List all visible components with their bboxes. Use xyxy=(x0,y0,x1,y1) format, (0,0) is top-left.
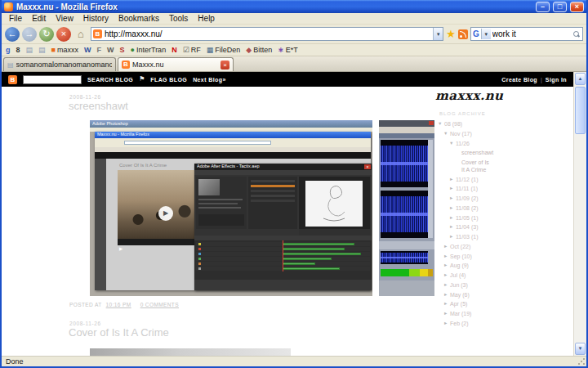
archive-toggle-icon[interactable]: ► xyxy=(443,321,448,328)
minimize-button[interactable]: – xyxy=(536,2,550,12)
bookmark-item[interactable]: W xyxy=(107,47,114,54)
sign-in-link[interactable]: Sign In xyxy=(546,77,567,83)
menu-item[interactable]: Edit xyxy=(27,14,51,23)
post-title[interactable]: screenshawt xyxy=(69,100,128,112)
archive-item[interactable]: ► Jul (4) xyxy=(438,272,492,280)
menu-item[interactable]: History xyxy=(78,14,114,23)
archive-item[interactable]: ► May (6) xyxy=(438,292,492,299)
menu-item[interactable]: Bookmarks xyxy=(114,14,164,23)
bookmark-item[interactable]: W xyxy=(84,47,91,54)
archive-item[interactable]: ▼ 11/26 xyxy=(438,141,492,148)
archive-toggle-icon[interactable]: ▼ xyxy=(438,121,443,128)
archive-item[interactable]: ► Mar (19) xyxy=(438,311,492,318)
bookmark-item[interactable]: ▦ FileDen xyxy=(207,46,241,54)
close-button[interactable]: × xyxy=(570,2,584,12)
url-bar[interactable]: B http://maxxx.nu/ ▾ xyxy=(91,27,443,41)
bookmark-item[interactable]: ▤ xyxy=(38,47,46,54)
archive-toggle-icon[interactable]: ► xyxy=(443,263,448,270)
archive-toggle-icon[interactable]: ► xyxy=(443,301,448,308)
archive-toggle-icon[interactable]: ► xyxy=(443,282,448,289)
url-history-dropdown-icon[interactable]: ▾ xyxy=(433,28,443,40)
rss-feed-icon[interactable] xyxy=(458,29,468,39)
search-blog-button[interactable]: SEARCH BLOG xyxy=(87,77,133,83)
archive-item[interactable]: ► 11/05 (1) xyxy=(438,215,492,222)
scrollbar-thumb[interactable] xyxy=(575,87,586,134)
post-image-screenshot[interactable]: Adobe Photoshop Maxxx.nu - Mozilla Firef… xyxy=(90,120,434,296)
archive-toggle-icon[interactable] xyxy=(455,159,460,174)
flag-blog-button[interactable]: FLAG BLOG xyxy=(150,77,187,83)
archive-toggle-icon[interactable]: ► xyxy=(449,186,454,193)
post-image-partial[interactable] xyxy=(90,348,291,356)
archive-item[interactable]: ► 11/04 (3) xyxy=(438,224,492,231)
bookmark-item[interactable]: g xyxy=(6,47,11,54)
archive-item[interactable]: ► 11/12 (1) xyxy=(438,177,492,184)
scroll-down-icon[interactable]: ▼ xyxy=(575,343,586,355)
reload-button[interactable]: ↻ xyxy=(39,27,54,42)
blog-archive: ▼ 08 (98) ▼ Nov (17) ▼ 11/26 xyxy=(438,121,492,330)
bookmark-item[interactable]: ● InterTran xyxy=(131,46,167,54)
archive-item[interactable]: ▼ 08 (98) xyxy=(438,121,492,128)
archive-item[interactable]: Cover of Is It A Crime xyxy=(438,159,492,174)
stop-button[interactable]: × xyxy=(56,27,71,42)
archive-toggle-icon[interactable]: ► xyxy=(449,224,454,231)
archive-item[interactable]: ▼ Nov (17) xyxy=(438,131,492,138)
create-blog-link[interactable]: Create Blog xyxy=(501,77,537,83)
archive-toggle-icon[interactable]: ► xyxy=(443,254,448,261)
archive-item[interactable]: screenshawt xyxy=(438,150,492,157)
archive-item[interactable]: ► 11/03 (1) xyxy=(438,234,492,241)
home-button[interactable]: ⌂ xyxy=(74,27,88,42)
menu-item[interactable]: File xyxy=(4,14,27,23)
bookmark-item[interactable]: ☑ RF xyxy=(183,46,201,54)
bookmark-item[interactable]: ∗ E*T xyxy=(278,46,298,54)
bookmark-item[interactable]: F xyxy=(97,47,102,54)
blog-search-input[interactable] xyxy=(23,75,82,84)
archive-toggle-icon[interactable]: ► xyxy=(443,272,448,280)
archive-toggle-icon[interactable] xyxy=(455,150,460,157)
archive-item[interactable]: ► Jun (3) xyxy=(438,282,492,289)
bookmark-item[interactable]: ▤ xyxy=(26,47,33,54)
post-title[interactable]: Cover of Is It A Crime xyxy=(69,326,169,339)
comments-link[interactable]: 0 COMMENTS xyxy=(140,302,179,307)
archive-item[interactable]: ► Aug (9) xyxy=(438,263,492,270)
archive-toggle-icon[interactable]: ► xyxy=(449,177,454,184)
archive-toggle-icon[interactable]: ► xyxy=(443,292,448,299)
tab-maxxx-nu[interactable]: B Maxxx.nu × xyxy=(118,57,234,71)
tab-somanomaloma[interactable]: ▤ somanomalomanomanomanomanoma xyxy=(3,57,116,71)
archive-item[interactable]: ► Oct (22) xyxy=(438,244,492,251)
menu-item[interactable]: Help xyxy=(193,14,220,23)
bookmark-item[interactable]: ◆ Bitten xyxy=(246,46,272,54)
bookmark-item[interactable]: S xyxy=(120,47,125,54)
menu-item[interactable]: Tools xyxy=(164,14,193,23)
maximize-button[interactable]: □ xyxy=(553,2,567,12)
archive-toggle-icon[interactable]: ► xyxy=(443,244,448,251)
archive-toggle-icon[interactable]: ► xyxy=(449,215,454,222)
bookmark-item[interactable]: 8 xyxy=(16,47,20,54)
magnifier-icon[interactable] xyxy=(572,30,581,38)
archive-toggle-icon[interactable]: ► xyxy=(443,311,448,318)
search-input[interactable]: G ▾ work it xyxy=(470,27,583,41)
bookmark-item[interactable]: N xyxy=(172,47,177,54)
archive-item[interactable]: ► 11/08 (2) xyxy=(438,205,492,213)
archive-toggle-icon[interactable]: ► xyxy=(449,234,454,241)
post-time-link[interactable]: 10:16 PM xyxy=(106,302,131,307)
archive-toggle-icon[interactable]: ► xyxy=(449,205,454,213)
scroll-up-icon[interactable]: ▲ xyxy=(575,73,586,85)
menu-item[interactable]: View xyxy=(51,14,78,23)
tab-close-icon[interactable]: × xyxy=(220,61,229,70)
resize-grip[interactable] xyxy=(577,357,586,366)
archive-toggle-icon[interactable]: ▼ xyxy=(443,131,448,138)
vertical-scrollbar[interactable]: ▲ ▼ xyxy=(573,72,586,356)
archive-toggle-icon[interactable]: ▼ xyxy=(449,141,454,148)
bookmark-star-icon[interactable]: ★ xyxy=(446,29,456,39)
archive-item[interactable]: ► 11/11 (1) xyxy=(438,186,492,193)
back-button[interactable]: ← xyxy=(5,27,20,42)
archive-item[interactable]: ► Apr (5) xyxy=(438,301,492,308)
archive-item[interactable]: ► 11/09 (2) xyxy=(438,195,492,203)
bookmark-item[interactable]: ■ maxxx xyxy=(51,46,78,54)
next-blog-link[interactable]: Next Blog» xyxy=(193,77,226,83)
archive-toggle-icon[interactable]: ► xyxy=(449,195,454,203)
archive-item[interactable]: ► Sep (10) xyxy=(438,254,492,261)
search-engine-dropdown-icon[interactable]: ▾ xyxy=(481,29,491,39)
archive-item[interactable]: ► Feb (2) xyxy=(438,321,492,328)
forward-button[interactable]: → xyxy=(22,27,37,42)
